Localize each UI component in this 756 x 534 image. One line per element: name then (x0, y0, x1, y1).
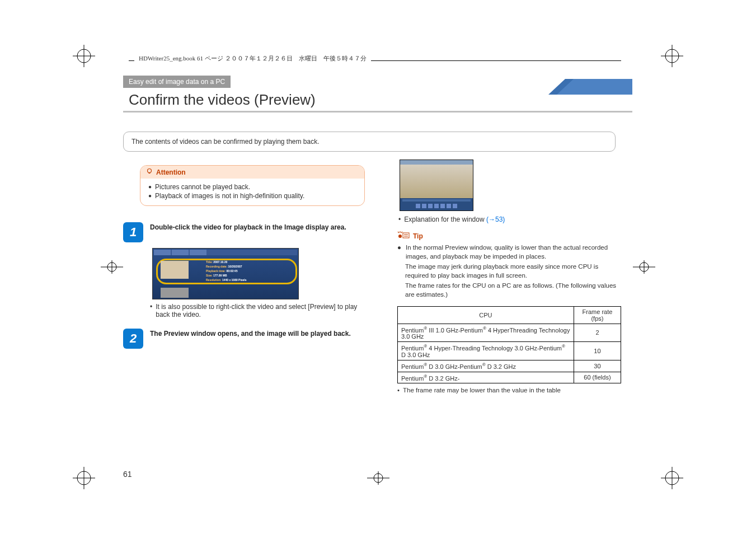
framerate-cell: 30 (574, 360, 621, 372)
cpu-cell: Pentium® D 3.2 GHz- (398, 372, 574, 383)
video-thumbnail-icon (161, 261, 189, 279)
file-header-text: HDWriter25_eng.book 61 ページ ２００７年１２月２６日 水… (134, 54, 371, 63)
cropmark-icon (661, 467, 683, 489)
cpu-cell: Pentium® III 1.0 GHz-Pentium® 4 HyperThr… (398, 324, 574, 342)
step-2: 2 The Preview window opens, and the imag… (123, 329, 369, 349)
image-display-screenshot: Title: 2007.10.20 Recording date: 10/20/… (152, 248, 299, 299)
bullet-icon: • (397, 387, 400, 394)
explanation-link[interactable]: (→53) (486, 216, 505, 223)
bullet-icon: ● (397, 243, 401, 261)
file-header-bar: HDWriter25_eng.book 61 ページ ２００７年１２月２６日 水… (129, 53, 621, 68)
bullet-icon: ● (148, 192, 152, 200)
cropmark-icon (633, 256, 655, 278)
cropmark-icon (661, 45, 683, 67)
svg-point-23 (148, 169, 152, 173)
steps-column: 1 Double-click the video for playback in… (123, 216, 369, 349)
step-1: 1 Double-click the video for playback in… (123, 222, 369, 242)
table-header-cpu: CPU (398, 306, 574, 324)
table-header-framerate: Frame rate (fps) (574, 306, 621, 324)
bulb-icon (146, 168, 153, 176)
tip-label: Tip (413, 232, 423, 240)
svg-line-26 (398, 232, 399, 233)
attention-label: Attention (156, 168, 186, 176)
cropmark-icon (101, 256, 123, 278)
attention-line: Playback of images is not in high-defini… (155, 192, 304, 200)
section-subtitle: Easy edit of image data on a PC (123, 76, 231, 88)
cpu-frame-rate-table: CPU Frame rate (fps) Pentium® III 1.0 GH… (397, 306, 621, 384)
framerate-cell: 2 (574, 324, 621, 342)
preview-window-screenshot (400, 160, 473, 211)
svg-rect-24 (149, 172, 151, 174)
tip-cont-text: The image may jerk during playback more … (405, 262, 621, 280)
step-number-badge: 2 (123, 329, 143, 349)
meta-title: 2007.10.20 (213, 260, 227, 264)
svg-line-28 (401, 232, 402, 233)
meta-time: 00:02:45 (226, 269, 237, 273)
right-column: • Explanation for the window (→53) Tip (397, 160, 621, 394)
tip-main-text: In the normal Preview window, quality is… (406, 243, 621, 261)
meta-res: 1440 x 1080 Pixels (222, 278, 247, 282)
cropmark-icon (73, 467, 95, 489)
table-row: Pentium® III 1.0 GHz-Pentium® 4 HyperThr… (398, 324, 621, 342)
tip-icon (397, 231, 410, 241)
cpu-cell: Pentium® D 3.0 GHz-Pentium® D 3.2 GHz (398, 360, 574, 372)
cropmark-icon (73, 45, 95, 67)
step-sub-bullet: • It is also possible to right-click the… (150, 303, 369, 318)
tip-header: Tip (397, 231, 621, 241)
step-text: The Preview window opens, and the image … (150, 329, 351, 349)
table-footnote: • The frame rate may be lower than the v… (397, 387, 621, 394)
step-number-badge: 1 (123, 222, 143, 242)
bullet-icon: ● (148, 183, 152, 191)
step-sub-text: It is also possible to right-click the v… (156, 303, 369, 318)
tip-cont-text: The frame rates for the CPU on a PC are … (405, 281, 621, 299)
svg-point-25 (398, 235, 402, 238)
meta-size: 177.09 MB (213, 274, 227, 277)
cpu-cell: Pentium® 4 Hyper-Threading Technology 3.… (398, 342, 574, 360)
bullet-icon: • (398, 216, 401, 223)
attention-line: Pictures cannot be played back. (155, 183, 250, 191)
table-note-text: The frame rate may be lower than the val… (403, 387, 561, 394)
page-number: 61 (123, 470, 132, 479)
table-row: Pentium® D 3.2 GHz-60 (fields) (398, 372, 621, 383)
section-title: Confirm the videos (Preview) (123, 90, 548, 110)
explanation-line: • Explanation for the window (→53) (398, 216, 621, 223)
step-text: Double-click the video for playback in t… (150, 222, 346, 242)
intro-box: The contents of videos can be confirmed … (123, 132, 616, 152)
table-row: Pentium® D 3.0 GHz-Pentium® D 3.2 GHz30 (398, 360, 621, 372)
svg-rect-29 (403, 233, 409, 238)
table-row: Pentium® 4 Hyper-Threading Technology 3.… (398, 342, 621, 360)
title-accent-icon (548, 79, 632, 95)
section-header: Easy edit of image data on a PC Confirm … (123, 76, 632, 113)
attention-box: Attention ●Pictures cannot be played bac… (140, 165, 365, 206)
bullet-icon: • (150, 303, 152, 318)
framerate-cell: 10 (574, 342, 621, 360)
framerate-cell: 60 (fields) (574, 372, 621, 383)
explanation-text: Explanation for the window (404, 216, 484, 223)
meta-date: 10/20/2007 (228, 265, 242, 268)
